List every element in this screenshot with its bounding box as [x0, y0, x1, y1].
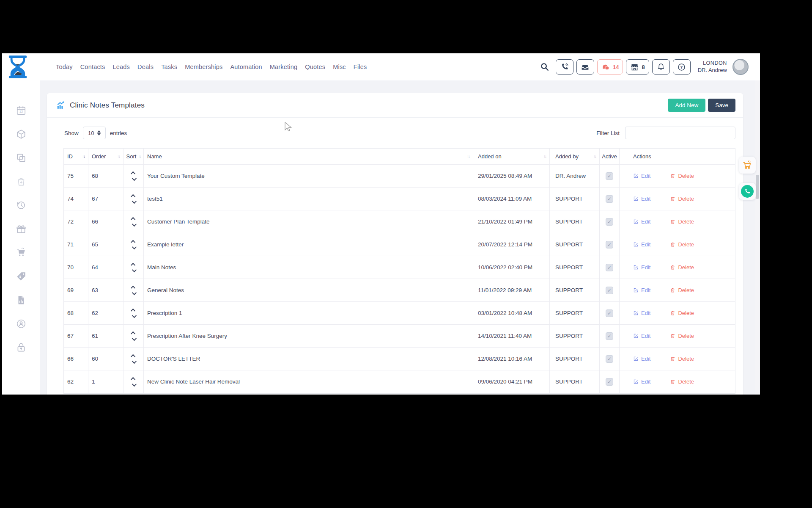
active-checkbox[interactable]: ✓: [606, 264, 613, 271]
move-up-icon[interactable]: [130, 331, 135, 336]
cart-icon: [742, 160, 752, 170]
delete-button[interactable]: Delete: [670, 218, 694, 225]
nav-item-misc[interactable]: Misc: [333, 64, 346, 70]
move-up-icon[interactable]: [130, 262, 135, 267]
move-up-icon[interactable]: [130, 354, 135, 359]
cart-fab-button[interactable]: [739, 157, 756, 174]
phone-button[interactable]: [556, 59, 573, 75]
calendar-icon[interactable]: 12: [15, 105, 27, 116]
column-header-name[interactable]: Name ↑↓: [143, 149, 473, 164]
active-checkbox[interactable]: ✓: [606, 378, 613, 386]
account-icon[interactable]: [15, 318, 27, 330]
move-down-icon[interactable]: [132, 221, 136, 226]
store-button[interactable]: 8: [626, 59, 649, 75]
nav-item-automation[interactable]: Automation: [230, 64, 262, 70]
lock-icon[interactable]: [15, 342, 27, 353]
nav-item-marketing[interactable]: Marketing: [270, 64, 297, 70]
table-row: 66 60 DOCTOR'S LETTER 12/08/2021 10:16 A…: [64, 348, 735, 370]
delete-button[interactable]: Delete: [670, 333, 694, 339]
column-header-added-by[interactable]: Added by ↑↓: [549, 149, 599, 164]
move-down-icon[interactable]: [132, 359, 136, 363]
vertical-scrollbar[interactable]: [755, 80, 760, 395]
move-down-icon[interactable]: [132, 267, 136, 272]
search-icon[interactable]: [539, 61, 550, 72]
edit-button[interactable]: Edit: [633, 264, 650, 271]
active-checkbox[interactable]: ✓: [606, 241, 613, 248]
notifications-button[interactable]: [652, 59, 670, 75]
delete-button[interactable]: Delete: [670, 310, 694, 316]
active-checkbox[interactable]: ✓: [606, 195, 613, 203]
cell-added-by: SUPPORT: [555, 264, 583, 271]
move-down-icon[interactable]: [132, 313, 136, 318]
delete-button[interactable]: Delete: [670, 378, 694, 385]
delete-button[interactable]: Delete: [670, 173, 694, 179]
move-down-icon[interactable]: [132, 336, 136, 340]
gift-icon[interactable]: [15, 223, 27, 235]
column-header-id[interactable]: ID ↑↓: [64, 149, 88, 164]
nav-item-quotes[interactable]: Quotes: [305, 64, 325, 70]
delete-button[interactable]: Delete: [670, 287, 694, 293]
nav-item-today[interactable]: Today: [56, 64, 73, 70]
column-header-order[interactable]: Order ↑↓: [88, 149, 123, 164]
report-icon[interactable]: [15, 294, 27, 306]
active-checkbox[interactable]: ✓: [606, 172, 613, 180]
phone-fab-button[interactable]: [739, 183, 756, 200]
edit-button[interactable]: Edit: [633, 378, 650, 385]
chat-button[interactable]: 14: [597, 59, 623, 75]
avatar[interactable]: [732, 59, 749, 75]
column-header-added-on[interactable]: Added on ↑↓: [473, 149, 549, 164]
active-checkbox[interactable]: ✓: [606, 218, 613, 226]
inbox-button[interactable]: [576, 59, 594, 75]
shopping-bag-icon[interactable]: [15, 176, 27, 188]
nav-item-tasks[interactable]: Tasks: [161, 64, 177, 70]
move-up-icon[interactable]: [130, 194, 135, 199]
active-checkbox[interactable]: ✓: [606, 355, 613, 363]
price-tag-icon[interactable]: $: [15, 271, 27, 282]
nav-item-leads[interactable]: Leads: [113, 64, 130, 70]
edit-button[interactable]: Edit: [633, 333, 650, 339]
move-down-icon[interactable]: [132, 290, 136, 295]
move-up-icon[interactable]: [130, 377, 135, 381]
edit-button[interactable]: Edit: [633, 356, 650, 362]
filter-list-input[interactable]: [625, 127, 735, 139]
move-up-icon[interactable]: [130, 308, 135, 313]
nav-item-deals[interactable]: Deals: [137, 64, 154, 70]
save-button[interactable]: Save: [708, 99, 735, 112]
move-down-icon[interactable]: [132, 176, 136, 180]
nav-item-memberships[interactable]: Memberships: [185, 64, 222, 70]
help-button[interactable]: ?: [673, 59, 691, 75]
delete-button[interactable]: Delete: [670, 356, 694, 362]
active-checkbox[interactable]: ✓: [606, 332, 613, 340]
edit-button[interactable]: Edit: [633, 310, 650, 316]
move-up-icon[interactable]: [130, 240, 135, 244]
nav-item-files[interactable]: Files: [354, 64, 367, 70]
edit-button[interactable]: Edit: [633, 287, 650, 293]
package-icon[interactable]: [15, 128, 27, 140]
phone-icon: [741, 185, 754, 198]
move-up-icon[interactable]: [130, 171, 135, 176]
delete-button[interactable]: Delete: [670, 196, 694, 202]
move-up-icon[interactable]: [130, 217, 135, 221]
move-down-icon[interactable]: [132, 381, 136, 386]
history-icon[interactable]: [15, 199, 27, 211]
active-checkbox[interactable]: ✓: [606, 287, 613, 294]
scrollbar-thumb[interactable]: [756, 175, 759, 199]
add-new-button[interactable]: Add New: [668, 99, 705, 112]
cart-icon[interactable]: [15, 247, 27, 259]
edit-button[interactable]: Edit: [633, 173, 650, 179]
edit-button[interactable]: Edit: [633, 218, 650, 225]
nav-item-contacts[interactable]: Contacts: [80, 64, 105, 70]
move-down-icon[interactable]: [132, 199, 136, 203]
delete-button[interactable]: Delete: [670, 241, 694, 248]
move-up-icon[interactable]: [130, 285, 135, 290]
app-logo-hourglass[interactable]: [8, 55, 27, 78]
edit-button[interactable]: Edit: [633, 241, 650, 248]
column-header-sort[interactable]: Sort ↑↓: [123, 149, 143, 164]
entries-per-page-select[interactable]: 10: [83, 127, 106, 139]
delete-button[interactable]: Delete: [670, 264, 694, 271]
active-checkbox[interactable]: ✓: [606, 309, 613, 317]
edit-button[interactable]: Edit: [633, 196, 650, 202]
move-down-icon[interactable]: [132, 244, 136, 249]
edit-icon: [633, 196, 639, 202]
copy-icon[interactable]: [15, 152, 27, 164]
